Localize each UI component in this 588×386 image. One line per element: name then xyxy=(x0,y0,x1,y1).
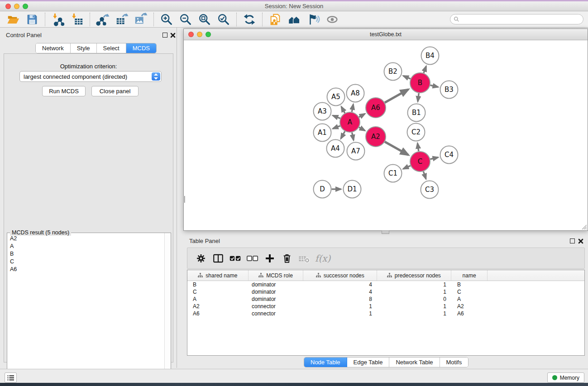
show-graphics-details-icon[interactable] xyxy=(306,12,321,27)
node-C3[interactable]: C3 xyxy=(421,181,439,199)
edge-A-A6[interactable] xyxy=(359,114,365,117)
node-A1[interactable]: A1 xyxy=(314,124,331,142)
table-row[interactable]: Bdominator41B xyxy=(187,281,584,288)
edge-B-B3[interactable] xyxy=(430,85,438,87)
edge-A-A3[interactable] xyxy=(333,115,340,118)
node-A7[interactable]: A7 xyxy=(347,143,365,160)
node-C[interactable]: C xyxy=(410,152,430,172)
edge-A-A1[interactable] xyxy=(333,126,340,129)
edge-B-B1[interactable] xyxy=(418,93,419,101)
edge-C-C3[interactable] xyxy=(423,172,426,179)
run-mcds-button[interactable]: Run MCDS xyxy=(42,86,86,96)
tab-select[interactable]: Select xyxy=(97,43,126,53)
export-table-icon[interactable] xyxy=(114,12,129,27)
float-table-panel-button[interactable] xyxy=(570,238,575,243)
node-A8[interactable]: A8 xyxy=(347,85,364,102)
edge-C-C2[interactable] xyxy=(417,143,418,152)
mcds-result-item[interactable]: A6 xyxy=(7,265,164,273)
node-B3[interactable]: B3 xyxy=(440,81,458,99)
show-column-icon[interactable] xyxy=(210,252,226,265)
node-C4[interactable]: C4 xyxy=(440,146,458,164)
node-B[interactable]: B xyxy=(410,73,430,93)
node-A6[interactable]: A6 xyxy=(366,98,386,118)
tab-edge-table[interactable]: Edge Table xyxy=(347,357,390,367)
mcds-result-item[interactable]: C xyxy=(7,257,164,265)
node-C2[interactable]: C2 xyxy=(407,124,425,141)
tab-network-table[interactable]: Network Table xyxy=(389,357,440,367)
table-row[interactable]: Adominator80A xyxy=(187,295,584,303)
result-list-scrollbar[interactable] xyxy=(164,233,171,386)
tab-motifs[interactable]: Motifs xyxy=(440,357,468,367)
zoom-fit-icon[interactable] xyxy=(197,12,212,27)
zoom-selected-icon[interactable] xyxy=(216,12,231,27)
zoom-out-icon[interactable] xyxy=(178,12,193,27)
node-B4[interactable]: B4 xyxy=(421,47,439,65)
node-A5[interactable]: A5 xyxy=(327,88,345,106)
edge-A-A2[interactable] xyxy=(359,127,365,130)
search-input[interactable] xyxy=(461,16,583,23)
mcds-result-item[interactable]: A2 xyxy=(7,234,164,242)
edge-A6-B[interactable] xyxy=(385,90,408,103)
node-B1[interactable]: B1 xyxy=(408,104,425,122)
table-options-gear-icon[interactable] xyxy=(193,252,209,265)
delete-table-icon[interactable] xyxy=(296,252,312,265)
new-network-from-selection-icon[interactable] xyxy=(268,12,283,27)
add-column-icon[interactable] xyxy=(262,252,278,265)
show-panels-list-button[interactable] xyxy=(5,372,17,383)
close-panel-button[interactable]: Close panel xyxy=(91,86,139,96)
criterion-dropdown[interactable]: largest connected component (directed) xyxy=(19,71,162,82)
refresh-icon[interactable] xyxy=(242,12,257,27)
node-table[interactable]: shared nameMCDS rolesuccessor nodesprede… xyxy=(187,270,585,356)
tab-mcds[interactable]: MCDS xyxy=(126,43,156,53)
zoom-in-icon[interactable] xyxy=(159,12,174,27)
table-row[interactable]: A6connector11A6 xyxy=(187,310,584,317)
edge-A-A8[interactable] xyxy=(352,105,353,112)
network-left-scroll-thumb[interactable] xyxy=(183,196,185,203)
node-A[interactable]: A xyxy=(340,112,360,132)
column-header-MCDS-role[interactable]: MCDS role xyxy=(249,270,304,281)
save-session-icon[interactable] xyxy=(24,12,40,27)
node-A3[interactable]: A3 xyxy=(314,103,331,120)
unselect-all-columns-icon[interactable] xyxy=(244,252,261,265)
edge-B-B4[interactable] xyxy=(424,66,426,73)
resize-grip-icon[interactable] xyxy=(581,224,587,230)
column-header-predecessor-nodes[interactable]: predecessor nodes xyxy=(377,270,451,281)
export-image-icon[interactable] xyxy=(133,12,148,27)
edge-C-C1[interactable] xyxy=(403,166,411,169)
delete-column-icon[interactable] xyxy=(279,252,295,265)
edge-C-C4[interactable] xyxy=(430,157,438,159)
edge-A2-C[interactable] xyxy=(385,142,408,155)
tab-node-table[interactable]: Node Table xyxy=(304,357,347,367)
function-builder-icon[interactable]: f(x) xyxy=(315,253,330,264)
close-panel-icon[interactable] xyxy=(170,33,176,38)
node-C1[interactable]: C1 xyxy=(384,165,402,182)
import-table-icon[interactable] xyxy=(69,12,85,27)
node-D1[interactable]: D1 xyxy=(344,181,361,198)
bird-view-eye-icon[interactable] xyxy=(325,12,340,27)
edge-A-A5[interactable] xyxy=(341,107,345,113)
column-header-name[interactable]: name xyxy=(451,270,488,281)
memory-button[interactable]: Memory xyxy=(547,372,584,383)
float-panel-button[interactable] xyxy=(163,33,167,38)
edge-B-B2[interactable] xyxy=(403,76,411,79)
edge-A-A4[interactable] xyxy=(341,131,345,138)
column-header-shared-name[interactable]: shared name xyxy=(187,270,249,281)
export-network-icon[interactable] xyxy=(95,12,110,27)
table-row[interactable]: Cdominator41C xyxy=(187,288,584,295)
mcds-result-item[interactable]: B xyxy=(7,250,164,257)
node-D[interactable]: D xyxy=(314,181,331,198)
mcds-result-item[interactable]: A xyxy=(7,242,164,250)
node-A2[interactable]: A2 xyxy=(366,127,386,147)
import-network-icon[interactable] xyxy=(50,12,66,27)
node-B2[interactable]: B2 xyxy=(384,63,402,81)
select-all-columns-icon[interactable] xyxy=(227,252,244,265)
tab-style[interactable]: Style xyxy=(71,43,97,53)
network-canvas[interactable]: ABCA6A2A1A3A4A5A7A8B1B2B3B4C1C2C3C4DD1 xyxy=(184,40,588,230)
open-session-icon[interactable] xyxy=(5,12,21,27)
mcds-result-list[interactable]: A2ABCA6 xyxy=(7,234,164,386)
edge-A-A7[interactable] xyxy=(352,133,354,140)
tab-network[interactable]: Network xyxy=(36,43,71,53)
first-neighbors-icon[interactable] xyxy=(287,12,302,27)
search-field[interactable] xyxy=(450,14,583,24)
table-row[interactable]: A2connector11A2 xyxy=(187,303,584,310)
